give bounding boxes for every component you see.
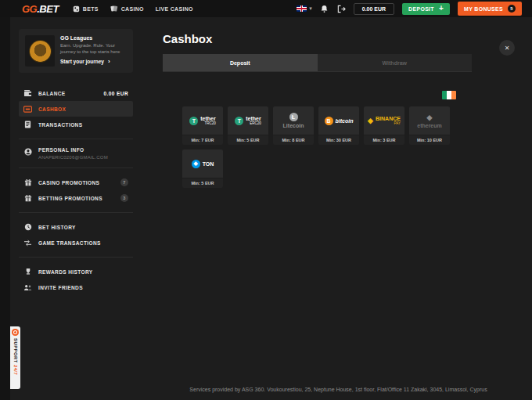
bet-history-label: BET HISTORY	[38, 225, 76, 230]
sidebar-item-bet-history[interactable]: BET HISTORY	[19, 219, 133, 235]
bets-icon	[73, 5, 80, 13]
payment-method-bitcoin[interactable]: B bitcoin Min: 30 EUR	[318, 106, 359, 145]
tab-deposit[interactable]: Deposit	[163, 54, 318, 71]
page-title: Cashbox	[163, 32, 532, 45]
method-name: tether	[246, 116, 261, 121]
close-icon: ✕	[505, 45, 510, 52]
sidebar-item-betting-promotions[interactable]: BETTING PROMOTIONS 3	[19, 190, 133, 206]
user-email: ANAPERIC0206@GMAIL.COM	[38, 155, 108, 160]
payment-method-binance-pay[interactable]: ◆ BINANCE PAY Min: 3 EUR	[364, 106, 404, 145]
payment-method-tether-erc20[interactable]: T tether ERC20 Min: 5 EUR	[228, 106, 268, 145]
wallet-icon	[23, 89, 32, 97]
document-icon	[23, 121, 32, 128]
balance-label: BALANCE	[38, 91, 66, 96]
tabs-divider	[163, 71, 472, 72]
bonuses-count-badge: 5	[508, 5, 516, 13]
method-name: Litecoin	[283, 123, 304, 128]
method-name: bitcoin	[336, 118, 354, 124]
license-footer-text: Services provided by ASG 360. Voukourest…	[145, 387, 532, 392]
logout-icon[interactable]	[336, 5, 346, 13]
sidebar-item-cashbox[interactable]: CASHBOX	[19, 101, 133, 117]
method-logo-icon: ◆	[192, 160, 200, 168]
casino-promotions-label: CASINO PROMOTIONS	[38, 180, 99, 186]
method-min-amount: Min: 7 EUR	[182, 135, 223, 145]
payment-method-ethereum[interactable]: ◆ ethereum Min: 10 EUR	[409, 106, 450, 145]
wallet-balance[interactable]: 0.00 EUR	[354, 3, 394, 15]
sidebar-item-game-transactions[interactable]: GAME TRANSACTIONS	[19, 235, 133, 250]
plus-icon: +	[439, 6, 444, 11]
nav-item-casino[interactable]: CASINO	[110, 5, 144, 13]
method-min-amount: Min: 3 EUR	[364, 135, 404, 145]
ggbet-logo[interactable]: GG.BET	[22, 3, 59, 15]
sidebar-item-casino-promotions[interactable]: CASINO PROMOTIONS 7	[19, 175, 133, 190]
casino-cards-icon	[110, 5, 118, 13]
method-min-amount: Min: 30 EUR	[318, 135, 359, 145]
sidebar-item-balance[interactable]: BALANCE 0.00 EUR	[19, 85, 133, 101]
rewards-history-label: REWARDS HISTORY	[38, 269, 93, 275]
page-body: GG Leagues Earn. Upgrade. Rule. Your jou…	[10, 17, 532, 400]
method-min-amount: Min: 8 EUR	[273, 135, 314, 145]
support-hours-label: 24/7	[13, 365, 18, 375]
method-logo-icon: ◆	[368, 117, 373, 124]
payment-method-litecoin[interactable]: Ł Litecoin Min: 8 EUR	[273, 106, 314, 145]
transactions-label: TRANSACTIONS	[38, 122, 82, 128]
balance-value: 0.00 EUR	[104, 91, 128, 96]
sidebar-item-rewards-history[interactable]: REWARDS HISTORY	[19, 264, 133, 279]
sidebar-item-transactions[interactable]: TRANSACTIONS	[19, 117, 133, 132]
payment-method-ton[interactable]: ◆ TON Min: 5 EUR	[182, 150, 223, 188]
my-bonuses-button[interactable]: MY BONUSES 5	[458, 2, 522, 16]
people-icon	[23, 284, 32, 291]
account-sidebar: GG Leagues Earn. Upgrade. Rule. Your jou…	[19, 29, 133, 400]
method-name: tether	[200, 116, 215, 121]
sidebar-item-personal-info[interactable]: PERSONAL INFO ANAPERIC0206@GMAIL.COM	[19, 146, 133, 161]
deposit-button[interactable]: DEPOSIT +	[402, 3, 450, 15]
gift-icon	[23, 194, 32, 202]
betting-promotions-count-badge: 3	[120, 194, 128, 202]
chevron-right-icon: ›	[108, 58, 110, 65]
payment-methods-grid: T tether TRC20 Min: 7 EUR T tether ERC20…	[182, 106, 450, 188]
cashbox-label: CASHBOX	[38, 106, 66, 112]
cashbox-tabs: Deposit Withdraw	[163, 54, 472, 71]
cashbox-icon	[23, 106, 32, 113]
chevron-down-icon: ▾	[309, 5, 312, 12]
method-logo-icon: T	[189, 117, 198, 125]
method-name: ethereum	[417, 123, 442, 128]
nav-item-bets[interactable]: BETS	[73, 5, 99, 13]
cashbox-panel: Cashbox ✕ Deposit Withdraw T tether TRC2…	[145, 29, 532, 400]
method-min-amount: Min: 10 EUR	[409, 135, 450, 145]
method-logo-icon: T	[235, 117, 243, 125]
notifications-bell-icon[interactable]	[320, 5, 329, 13]
sidebar-divider	[19, 139, 133, 139]
clock-icon	[23, 223, 32, 231]
gift-icon	[23, 178, 32, 186]
tab-withdraw[interactable]: Withdraw	[318, 54, 473, 71]
method-min-amount: Min: 5 EUR	[182, 178, 223, 188]
ireland-flag-icon[interactable]	[442, 91, 456, 99]
promo-title: GG Leagues	[60, 35, 127, 41]
method-network: PAY	[394, 122, 401, 126]
nav-item-label: LIVE CASINO	[156, 6, 193, 12]
sidebar-divider	[19, 212, 133, 213]
sidebar-item-invite-friends[interactable]: INVITE FRIENDS	[19, 279, 133, 295]
sidebar-divider	[19, 257, 133, 258]
language-selector[interactable]: ▾	[297, 5, 312, 12]
casino-promotions-count-badge: 7	[120, 178, 128, 186]
personal-info-label: PERSONAL INFO	[38, 147, 108, 153]
start-your-journey-link[interactable]: Start your journey ›	[60, 58, 127, 65]
method-network: TRC20	[204, 122, 215, 126]
sidebar-divider	[19, 168, 133, 168]
promo-description: Earn. Upgrade. Rule. Your journey to the…	[60, 42, 127, 55]
close-button[interactable]: ✕	[499, 40, 515, 56]
gg-leagues-medal-image	[25, 35, 55, 67]
transfer-arrows-icon	[23, 240, 32, 247]
support-label: SUPPORT	[13, 338, 18, 363]
nav-item-live-casino[interactable]: LIVE CASINO	[156, 6, 193, 12]
person-icon	[23, 148, 32, 156]
method-network: ERC20	[250, 122, 261, 126]
gg-leagues-promo-card[interactable]: GG Leagues Earn. Upgrade. Rule. Your jou…	[19, 29, 133, 73]
payment-method-tether-trc20[interactable]: T tether TRC20 Min: 7 EUR	[182, 106, 223, 145]
method-logo-icon: Ł	[289, 113, 298, 121]
method-logo-icon: B	[325, 117, 333, 125]
method-min-amount: Min: 5 EUR	[228, 135, 268, 145]
support-tab[interactable]: SUPPORT 24/7	[10, 326, 20, 389]
